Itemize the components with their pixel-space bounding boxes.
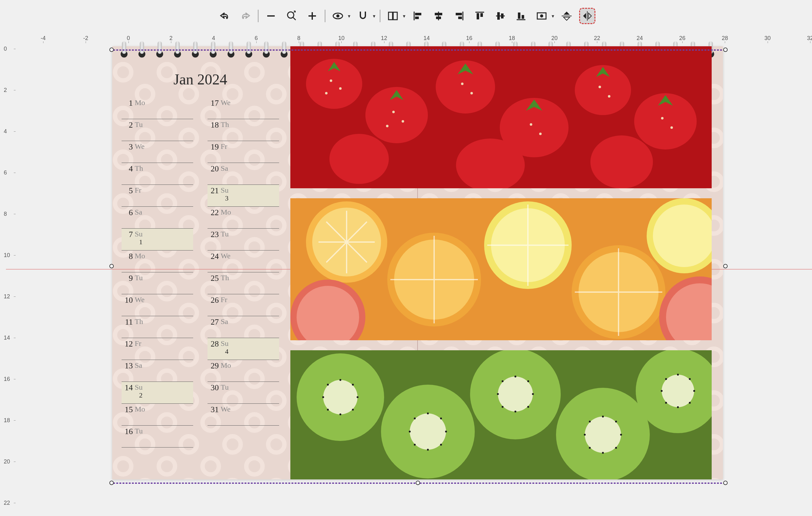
align-right-button[interactable]	[451, 8, 467, 24]
calendar-week-number: 2	[139, 391, 143, 399]
calendar-day-name: Fr	[135, 186, 141, 194]
calendar-day-name: We	[221, 405, 230, 413]
align-left-button[interactable]	[410, 8, 426, 24]
zoom-in-button[interactable]	[304, 8, 320, 24]
svg-rect-10	[393, 12, 397, 20]
svg-point-30	[540, 15, 543, 18]
ruler-h-label: 24	[637, 35, 643, 42]
calendar-column-1: 1Mo2Tu3We4Th5Fr6Sa7Su18Mo9Tu10We11Th12Fr…	[122, 97, 193, 447]
svg-point-58	[661, 117, 664, 119]
calendar-day-number: 25	[207, 274, 219, 283]
svg-rect-18	[456, 13, 462, 15]
calendar-day-name: Su	[221, 186, 229, 194]
svg-point-101	[352, 409, 354, 411]
mirror-vertical-button[interactable]	[558, 8, 575, 24]
calendar-title: Jan 2024	[122, 71, 279, 88]
calendar-day-number: 2	[122, 120, 133, 130]
svg-rect-16	[436, 17, 441, 19]
photo-strawberries[interactable]	[290, 46, 712, 188]
align-bottom-button[interactable]	[513, 8, 529, 24]
undo-button[interactable]	[216, 8, 233, 24]
svg-point-118	[515, 376, 516, 377]
canvas[interactable]: Jan 2024 1Mo2Tu3We4Th5Fr6Sa7Su18Mo9Tu10W…	[16, 43, 812, 516]
ruler-v-label: 8	[4, 211, 7, 217]
svg-point-97	[352, 384, 354, 386]
calendar-day-number: 14	[122, 383, 133, 392]
mirror-horizontal-button[interactable]	[579, 8, 596, 24]
svg-rect-12	[415, 13, 421, 15]
distribute-button[interactable]	[533, 8, 550, 24]
selection-handle[interactable]	[723, 481, 728, 485]
calendar-day-name: Sa	[221, 318, 228, 326]
svg-point-126	[602, 416, 604, 417]
calendar-day-number: 11	[122, 318, 133, 327]
selection-edge-bottom	[110, 483, 725, 484]
ruler-vertical: 0246810121416182022	[0, 43, 16, 516]
svg-point-125	[615, 447, 617, 449]
ruler-h-label: 18	[509, 35, 515, 42]
separator	[380, 10, 380, 22]
calendar-day-name: Tu	[135, 274, 143, 282]
calendar-day-name: Th	[221, 274, 229, 282]
align-top-button[interactable]	[472, 8, 488, 24]
calendar-day: 27Sa	[207, 316, 279, 338]
photo-citrus[interactable]	[290, 198, 712, 340]
svg-point-105	[440, 417, 442, 419]
calendar-column-2: 17We18Th19Fr20Sa21Su322Mo23Tu24We25Th26F…	[207, 97, 279, 447]
calendar-day: 25Th	[207, 272, 279, 294]
calendar-day: 23Tu	[207, 228, 279, 250]
ruler-h-label: 30	[764, 35, 771, 42]
calendar-day-name: Sa	[135, 361, 142, 370]
zoom-fit-button[interactable]	[284, 8, 300, 24]
calendar-day: 15Mo	[122, 404, 193, 426]
ruler-h-label: 2	[169, 35, 173, 42]
dropdown-caret-icon[interactable]: ▾	[552, 13, 554, 19]
ruler-h-label: 4	[212, 35, 215, 42]
selection-handle[interactable]	[416, 481, 420, 485]
svg-point-57	[608, 95, 610, 98]
align-center-h-button[interactable]	[430, 8, 446, 24]
redo-button[interactable]	[237, 8, 254, 24]
ruler-h-label: 20	[551, 35, 558, 42]
calendar-day-number: 5	[122, 186, 133, 195]
svg-point-123	[620, 434, 622, 436]
calendar-day: 14Su2	[122, 382, 193, 404]
calendar-day-name: Tu	[135, 120, 143, 129]
calendar-day-name: Su	[135, 383, 143, 391]
selection-handle[interactable]	[723, 48, 728, 52]
calendar-day: 17We	[207, 97, 279, 119]
svg-point-132	[665, 402, 667, 404]
svg-point-117	[527, 406, 529, 408]
calendar-week-number: 3	[225, 194, 229, 202]
calendar-day-number: 1	[122, 99, 133, 108]
calendar-day-name: Tu	[221, 230, 229, 238]
page-layout-button[interactable]	[385, 8, 401, 24]
calendar-day-number: 31	[207, 405, 219, 414]
calendar-day: 26Fr	[207, 294, 279, 316]
align-center-v-button[interactable]	[492, 8, 509, 24]
snap-button[interactable]	[355, 8, 371, 24]
ruler-v-label: 0	[4, 46, 7, 52]
calendar-day-number: 17	[207, 99, 219, 108]
svg-point-59	[670, 126, 673, 129]
ruler-h-label: 0	[127, 35, 130, 42]
selection-handle[interactable]	[723, 264, 728, 268]
photo-kiwi[interactable]	[290, 350, 712, 480]
svg-point-115	[532, 393, 534, 395]
ruler-v-label: 20	[4, 458, 10, 465]
calendar-day-name: We	[221, 252, 230, 260]
zoom-out-button[interactable]	[263, 8, 279, 24]
selection-handle[interactable]	[109, 481, 114, 485]
calendar-day: 8Mo	[122, 250, 193, 272]
dropdown-caret-icon[interactable]: ▾	[403, 13, 405, 19]
calendar-day: 22Mo	[207, 207, 279, 228]
visibility-button[interactable]	[330, 8, 346, 24]
separator	[258, 10, 259, 22]
dropdown-caret-icon[interactable]: ▾	[348, 13, 350, 19]
svg-point-48	[325, 92, 327, 94]
dropdown-caret-icon[interactable]: ▾	[373, 13, 375, 19]
calendar-page[interactable]: Jan 2024 1Mo2Tu3We4Th5Fr6Sa7Su18Mo9Tu10W…	[112, 46, 723, 480]
svg-point-100	[327, 409, 329, 411]
calendar-day-number: 21	[207, 186, 219, 195]
svg-point-103	[340, 413, 341, 415]
